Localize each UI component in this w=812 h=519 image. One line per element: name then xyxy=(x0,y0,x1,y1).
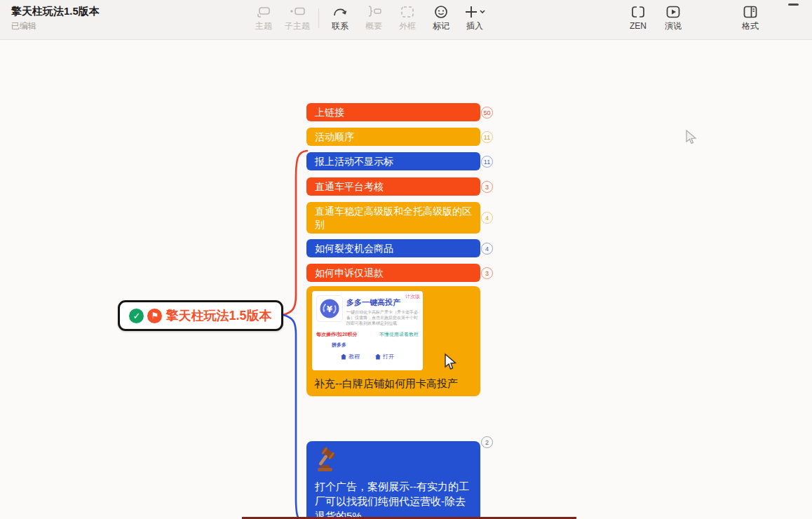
topic-node[interactable]: 活动顺序 xyxy=(306,128,480,146)
home-icon xyxy=(375,354,381,360)
mindmap-canvas[interactable]: ✓ ⚑ 擎天柱玩法1.5版本 上链接 活动顺序 报上活动不显示标 直通车平台考核… xyxy=(0,40,812,519)
card-notes-row: 每次操作/扣20积分 不懂使用请看教程 xyxy=(316,331,419,338)
count-badge[interactable]: 3 xyxy=(481,267,493,279)
gavel-icon xyxy=(315,447,347,473)
subtopic-icon xyxy=(289,3,306,21)
topic-node[interactable]: 上链接 xyxy=(306,103,480,121)
card-store-name: 拼多多 xyxy=(332,342,419,349)
toolbar-summary-button[interactable]: 概要 xyxy=(357,3,391,36)
topic-label: 打个广告，案例展示--有实力的工厂可以找我们纯佣代运营收-除去退货的5% xyxy=(315,479,472,519)
card-app-title: 多多一键高投产 xyxy=(346,298,400,306)
topic-icon xyxy=(255,3,272,21)
branch-brace-connector xyxy=(279,138,310,519)
topic-node[interactable]: 直通车平台考核 xyxy=(306,177,480,196)
topic-node-ad[interactable]: 打个广告，案例展示--有实力的工厂可以找我们纯佣代运营收-除去退货的5% xyxy=(306,441,480,519)
toolbar-subtopic-button[interactable]: 子主题 xyxy=(280,3,314,36)
topic-label: 如何裂变机会商品 xyxy=(315,242,393,255)
check-icon[interactable]: ✓ xyxy=(129,309,144,323)
embedded-app-card[interactable]: ¥ 多多一键高投产 计次版 一键自动化卡高标产开卡（开卡老手必备）仅需将，点击去… xyxy=(312,291,423,370)
toolbar-boundary-label: 外框 xyxy=(399,21,416,31)
count-badge[interactable]: 3 xyxy=(481,181,493,193)
card-description: 一键自动化卡高标产开卡（开卡老手必备）仅需将，点击去跑后您在第十个时段即可看到效… xyxy=(346,309,419,326)
toolbar-presentation-button[interactable]: 演说 xyxy=(656,3,690,36)
topic-node[interactable]: 如何裂变机会商品 xyxy=(306,239,480,257)
toolbar-right-group: ZEN 演说 格式 xyxy=(621,3,767,36)
badge-value: 3 xyxy=(485,184,489,191)
toolbar-topic-button[interactable]: 主题 xyxy=(247,3,280,36)
card-header-text: 多多一键高投产 计次版 一键自动化卡高标产开卡（开卡老手必备）仅需将，点击去跑后… xyxy=(346,295,419,326)
card-usage-tip: 不懂使用请看教程 xyxy=(379,331,419,338)
app-icon: ¥ xyxy=(316,295,343,322)
tutorial-button[interactable]: 教程 xyxy=(341,353,360,360)
toolbar-center-group: 主题 子主题 联系 xyxy=(247,3,492,36)
badge-value: 50 xyxy=(483,109,490,116)
document-status: 已编辑 xyxy=(11,20,36,32)
count-badge[interactable]: 4 xyxy=(481,212,493,224)
badge-value: 11 xyxy=(484,159,490,166)
badge-value: 3 xyxy=(485,270,489,277)
document-title: 擎天柱玩法1.5版本 xyxy=(11,5,100,18)
relationship-icon xyxy=(332,3,349,21)
topic-label: 直通车稳定高级版和全托高级版的区别 xyxy=(315,205,472,231)
format-panel-icon xyxy=(742,3,759,21)
summary-icon xyxy=(365,3,382,21)
topic-label: 活动顺序 xyxy=(315,130,354,144)
flag-icon[interactable]: ⚑ xyxy=(147,309,162,323)
topic-node[interactable]: 直通车稳定高级版和全托高级版的区别 xyxy=(306,202,480,234)
open-button[interactable]: 打开 xyxy=(375,353,394,360)
open-button-label: 打开 xyxy=(383,353,394,360)
badge-value: 11 xyxy=(484,134,490,141)
topic-label: 如何申诉仅退款 xyxy=(315,267,384,280)
toolbar-boundary-button[interactable]: 外框 xyxy=(391,3,424,36)
root-topic[interactable]: ✓ ⚑ 擎天柱玩法1.5版本 xyxy=(118,300,283,331)
marker-icon xyxy=(433,3,449,21)
window-control-dash xyxy=(788,4,799,6)
mindmap-app-window: 擎天柱玩法1.5版本 已编辑 主题 子 xyxy=(0,0,812,519)
toolbar-topic-label: 主题 xyxy=(255,21,272,31)
card-header: ¥ 多多一键高投产 计次版 一键自动化卡高标产开卡（开卡老手必备）仅需将，点击去… xyxy=(316,295,419,326)
ghost-cursor-icon xyxy=(684,129,699,146)
count-badge[interactable]: 50 xyxy=(481,107,493,119)
toolbar-relationship-button[interactable]: 联系 xyxy=(323,3,357,36)
svg-text:¥: ¥ xyxy=(327,304,333,314)
count-badge[interactable]: 4 xyxy=(481,243,493,255)
presentation-icon xyxy=(665,3,682,21)
count-badge[interactable]: 2 xyxy=(481,436,493,448)
toolbar-zen-button[interactable]: ZEN xyxy=(621,3,655,36)
topic-label: 报上活动不显示标 xyxy=(315,155,393,168)
zen-mode-icon xyxy=(630,3,647,21)
toolbar-marker-button[interactable]: 标记 xyxy=(424,3,458,36)
badge-value: 2 xyxy=(485,439,489,446)
root-topic-label: 擎天柱玩法1.5版本 xyxy=(165,307,271,324)
topic-node[interactable]: 报上活动不显示标 xyxy=(306,152,480,170)
badge-value: 4 xyxy=(485,245,489,252)
toolbar-insert-label: 插入 xyxy=(466,21,483,31)
home-icon xyxy=(341,354,346,360)
card-points-note: 每次操作/扣20积分 xyxy=(316,331,358,338)
card-corner-tag: 计次版 xyxy=(405,293,420,300)
toolbar-format-button[interactable]: 格式 xyxy=(733,3,767,36)
toolbar-separator xyxy=(318,8,319,28)
topic-label: 上链接 xyxy=(315,106,344,119)
insert-icon xyxy=(464,3,485,21)
toolbar-marker-label: 标记 xyxy=(433,21,449,31)
card-buttons-row: 教程 打开 xyxy=(316,353,419,360)
count-badge[interactable]: 11 xyxy=(481,156,493,168)
topic-node[interactable]: 如何申诉仅退款 xyxy=(306,264,480,282)
toolbar-zen-label: ZEN xyxy=(630,21,647,31)
toolbar-insert-button[interactable]: 插入 xyxy=(458,3,492,36)
toolbar-subtopic-label: 子主题 xyxy=(285,21,310,31)
toolbar-summary-label: 概要 xyxy=(365,21,382,31)
badge-value: 4 xyxy=(485,215,489,222)
count-badge[interactable]: 11 xyxy=(481,131,493,143)
toolbar-presentation-label: 演说 xyxy=(665,21,682,31)
topic-node-with-image[interactable]: ¥ 多多一键高投产 计次版 一键自动化卡高标产开卡（开卡老手必备）仅需将，点击去… xyxy=(306,286,480,396)
topic-label: 直通车平台考核 xyxy=(315,180,384,194)
toolbar: 擎天柱玩法1.5版本 已编辑 主题 子 xyxy=(0,0,812,40)
tutorial-button-label: 教程 xyxy=(349,353,360,360)
toolbar-format-label: 格式 xyxy=(742,21,759,31)
topic-label: 补充--白牌店铺如何用卡高投产 xyxy=(314,377,458,391)
toolbar-relationship-label: 联系 xyxy=(332,21,349,31)
boundary-icon xyxy=(399,3,416,21)
